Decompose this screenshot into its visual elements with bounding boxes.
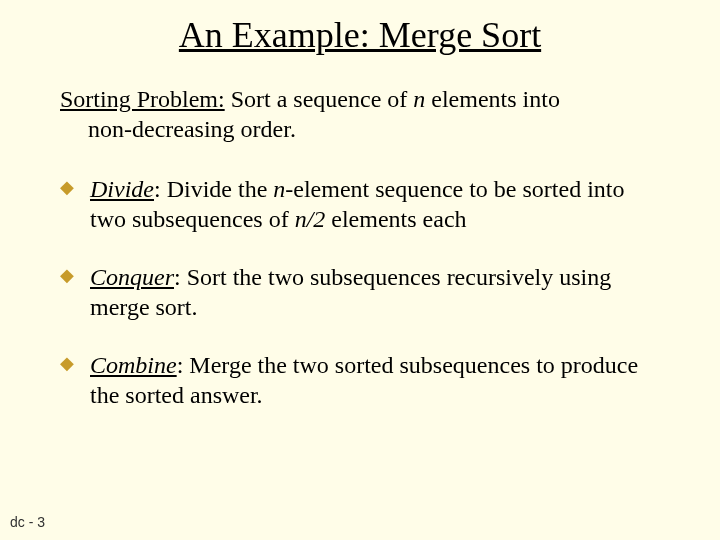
bullet-i1: n (273, 176, 285, 202)
problem-text-2: elements into (425, 86, 560, 112)
bullet-lead: Divide (90, 176, 154, 202)
bullet-divide: Divide: Divide the n-element sequence to… (60, 174, 660, 234)
bullet-colon: : (154, 176, 161, 202)
bullet-t3: elements each (325, 206, 466, 232)
problem-italic-1: n (413, 86, 425, 112)
bullet-conquer: Conquer: Sort the two subsequences recur… (60, 262, 660, 322)
slide-footer: dc - 3 (10, 514, 45, 530)
problem-lead: Sorting Problem: (60, 86, 225, 112)
slide-title: An Example: Merge Sort (0, 0, 720, 56)
bullet-lead: Conquer (90, 264, 174, 290)
bullet-combine: Combine: Merge the two sorted subsequenc… (60, 350, 660, 410)
bullet-lead: Combine (90, 352, 177, 378)
sorting-problem: Sorting Problem: Sort a sequence of n el… (60, 84, 660, 144)
bullet-list: Divide: Divide the n-element sequence to… (60, 174, 660, 410)
bullet-i2: n/2 (295, 206, 326, 232)
problem-line2: non-decreasing order. (60, 114, 660, 144)
problem-text-1: Sort a sequence of (225, 86, 414, 112)
slide-content: Sorting Problem: Sort a sequence of n el… (0, 84, 720, 410)
slide: An Example: Merge Sort Sorting Problem: … (0, 0, 720, 540)
bullet-colon: : (174, 264, 181, 290)
bullet-t1: Divide the (161, 176, 274, 202)
